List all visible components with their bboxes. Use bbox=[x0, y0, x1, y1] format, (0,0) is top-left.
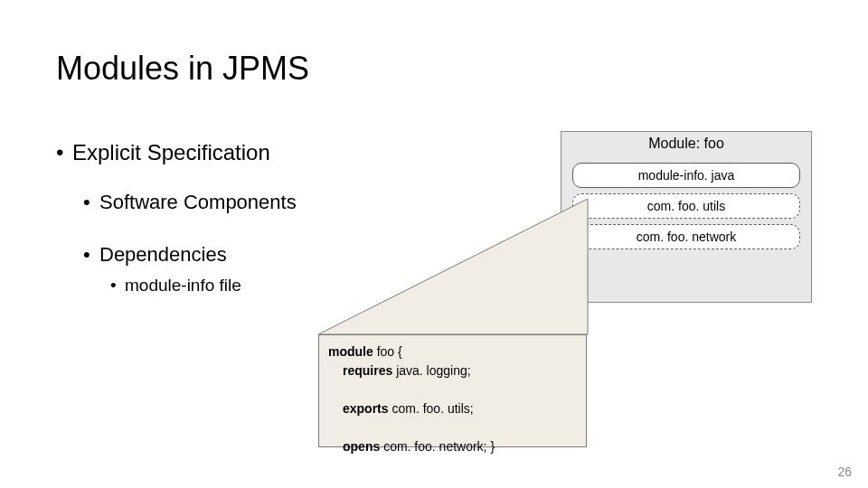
keyword-requires: requires bbox=[343, 363, 396, 378]
keyword-module: module bbox=[328, 344, 377, 359]
code-line-1: module foo { bbox=[328, 343, 577, 361]
code-line-3: exports com. foo. utils; bbox=[328, 399, 577, 418]
code-line-4: opens com. foo. network; } bbox=[328, 437, 577, 456]
bullet-dependencies: Dependencies bbox=[83, 243, 508, 267]
module-box: Module: foo module-info. java com. foo. … bbox=[561, 131, 812, 303]
page-number: 26 bbox=[837, 465, 852, 479]
keyword-opens: opens bbox=[343, 439, 383, 454]
code-exports-arg: com. foo. utils; bbox=[392, 401, 473, 416]
bullet-module-info-file: module-info file bbox=[110, 276, 508, 296]
module-item-info: module-info. java bbox=[572, 163, 800, 188]
code-opens-arg: com. foo. network; } bbox=[383, 439, 495, 454]
bullet-explicit-specification: Explicit Specification bbox=[56, 140, 508, 165]
module-box-header: Module: foo bbox=[561, 132, 811, 157]
code-requires-arg: java. logging; bbox=[396, 363, 471, 378]
bullet-list: Explicit Specification Software Componen… bbox=[56, 140, 508, 296]
code-module-name: foo { bbox=[377, 344, 402, 359]
module-item-network: com. foo. network bbox=[572, 224, 800, 249]
code-box: module foo { requires java. logging; exp… bbox=[318, 334, 587, 447]
slide-title: Modules in JPMS bbox=[56, 50, 309, 88]
code-blank-line-2 bbox=[328, 418, 577, 437]
bullet-software-components: Software Components bbox=[83, 191, 508, 214]
code-blank-line bbox=[328, 380, 577, 399]
keyword-exports: exports bbox=[343, 401, 392, 416]
code-line-2: requires java. logging; bbox=[328, 361, 577, 380]
module-item-utils: com. foo. utils bbox=[572, 193, 800, 219]
